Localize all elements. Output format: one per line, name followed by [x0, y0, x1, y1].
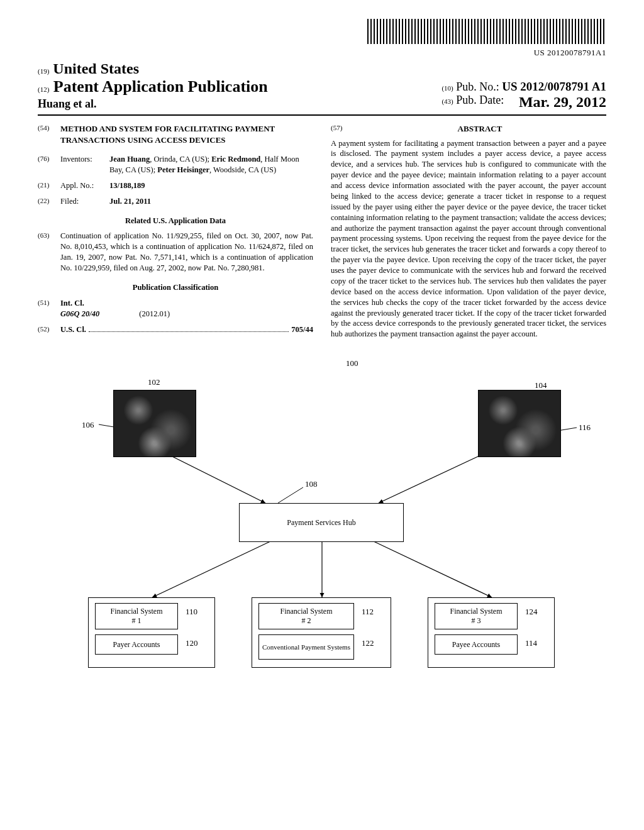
ref-112: 112 [362, 607, 374, 617]
abstract-heading: ABSTRACT [353, 123, 606, 135]
pub-date-label: Pub. Date: [456, 94, 504, 106]
inid-51: (51) [38, 298, 60, 319]
inid-76: (76) [38, 154, 60, 175]
us-cl-value: 705/44 [291, 324, 313, 335]
filed-value: Jul. 21, 2011 [109, 196, 313, 207]
pub-class-heading: Publication Classification [38, 282, 313, 293]
pub-no-value: US 2012/0078791 A1 [502, 80, 606, 93]
pub-date-value: Mar. 29, 2012 [519, 94, 606, 111]
ref-110: 110 [186, 607, 197, 617]
payee-image [478, 390, 561, 457]
payer-image [113, 390, 196, 457]
conv-payment-box: Conventional Payment Systems [258, 634, 354, 660]
related-text: Continuation of application No. 11/929,2… [60, 231, 313, 274]
document-header: (19) United States (12) Patent Applicati… [38, 60, 606, 116]
inid-21: (21) [38, 180, 60, 191]
dotted-leader [89, 325, 289, 332]
payer-accounts-box: Payer Accounts [95, 634, 178, 655]
barcode-region: US 20120078791A1 [38, 19, 606, 58]
svg-line-1 [379, 456, 479, 503]
inid-52: (52) [38, 324, 60, 335]
inid-63: (63) [38, 231, 60, 274]
inid-54: (54) [38, 123, 60, 145]
ref-106: 106 [82, 420, 94, 430]
appl-no-label: Appl. No.: [60, 180, 109, 191]
pub-no-label: Pub. No.: [456, 80, 499, 93]
inid-10: (10) [441, 84, 453, 92]
country-name: United States [53, 60, 139, 77]
int-cl-label: Int. Cl. [60, 298, 313, 309]
inid-43: (43) [441, 97, 453, 105]
filed-label: Filed: [60, 196, 109, 207]
int-cl-version: (2012.01) [139, 309, 170, 318]
ref-124: 124 [525, 607, 538, 617]
figure-1: 100 102 104 106 116 108 Payment Services… [38, 358, 606, 685]
svg-line-0 [165, 453, 265, 503]
us-cl-label: U.S. Cl. [60, 324, 86, 335]
appl-no-value: 13/188,189 [109, 180, 313, 191]
ref-122: 122 [362, 638, 374, 648]
related-heading: Related U.S. Application Data [38, 216, 313, 226]
ref-100: 100 [346, 358, 358, 368]
ref-114: 114 [525, 638, 537, 648]
fs2-box: Financial System # 2 [258, 603, 354, 629]
abstract-text: A payment system for facilitating a paym… [331, 138, 606, 340]
barcode-graphic [367, 19, 606, 44]
inventors-label: Inventors: [60, 154, 109, 175]
ref-104: 104 [535, 380, 547, 390]
svg-line-3 [152, 541, 272, 597]
author-line: Huang et al. [38, 97, 268, 111]
inid-22: (22) [38, 196, 60, 207]
inid-12: (12) [38, 86, 49, 93]
barcode-text: US 20120078791A1 [38, 48, 606, 58]
fs1-box: Financial System # 1 [95, 603, 178, 629]
left-column: (54) METHOD AND SYSTEM FOR FACILITATING … [38, 123, 313, 340]
inid-19: (19) [38, 67, 49, 75]
services-hub-label: Payment Services Hub [287, 518, 355, 528]
invention-title: METHOD AND SYSTEM FOR FACILITATING PAYME… [60, 123, 313, 145]
ref-116: 116 [579, 423, 591, 433]
svg-line-5 [278, 487, 303, 503]
services-hub-box: Payment Services Hub [239, 503, 404, 542]
inventors-value: Jean Huang, Orinda, CA (US); Eric Redmon… [109, 154, 313, 175]
svg-line-4 [372, 541, 492, 597]
ref-102: 102 [148, 377, 160, 387]
right-column: (57) ABSTRACT A payment system for facil… [331, 123, 606, 340]
payee-accounts-box: Payee Accounts [435, 634, 518, 655]
ref-108: 108 [305, 479, 318, 489]
inid-57: (57) [331, 123, 353, 138]
fs3-box: Financial System # 3 [435, 603, 518, 629]
int-cl-code: G06Q 20/40 [60, 309, 99, 318]
ref-120: 120 [186, 638, 198, 648]
publication-type: Patent Application Publication [53, 77, 268, 96]
